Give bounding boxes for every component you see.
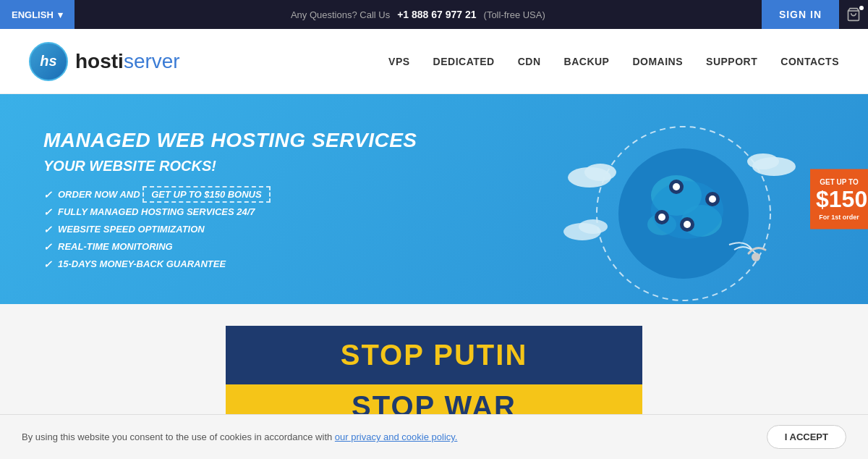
svg-point-20: [747, 153, 779, 169]
checkmark-5: ✓: [43, 258, 52, 270]
cart-button[interactable]: [839, 0, 868, 29]
logo-hs: hs: [40, 53, 56, 70]
language-button[interactable]: ENGLISH ▾: [0, 0, 75, 29]
svg-point-21: [752, 253, 760, 261]
nav-backup[interactable]: BACKUP: [564, 56, 610, 67]
svg-point-10: [709, 195, 716, 203]
hero-illustration: [550, 109, 796, 297]
nav-support[interactable]: SUPPORT: [706, 56, 757, 67]
svg-point-18: [579, 219, 608, 234]
signin-button[interactable]: SIGN IN: [762, 0, 839, 29]
cart-dot: [859, 6, 864, 10]
logo-link[interactable]: hs hostiserver: [29, 42, 180, 81]
checkmark-3: ✓: [43, 224, 52, 235]
tollfree-label: (Toll-free USA): [484, 9, 545, 20]
checkmark-2: ✓: [43, 206, 52, 218]
accept-cookies-button[interactable]: I ACCEPT: [767, 425, 846, 426]
nav-vps[interactable]: VPS: [388, 56, 410, 67]
logo-text: hostiserver: [75, 50, 180, 73]
stop-putin-text: STOP PUTIN: [226, 339, 642, 371]
logo-hosti: hosti: [75, 50, 124, 72]
svg-point-14: [658, 214, 665, 221]
top-bar-center: Any Questions? Call Us +1 888 67 977 21 …: [291, 9, 545, 20]
nav-dedicated[interactable]: DEDICATED: [433, 56, 495, 67]
badge-for-text: For 1st order: [816, 214, 862, 221]
list-item-5: ✓ 15-DAYS MONEY-BACK GUARANTEE: [43, 258, 417, 270]
list-item-1-text: ORDER NOW AND GET UP TO $150 BONUS: [58, 189, 271, 200]
logo-server: server: [124, 50, 180, 72]
top-bar-right: SIGN IN: [762, 0, 868, 29]
stop-card-blue: STOP PUTIN: [226, 326, 642, 384]
checkmark-1: ✓: [43, 189, 52, 201]
nav-cdn[interactable]: CDN: [518, 56, 541, 67]
checkmark-4: ✓: [43, 241, 52, 253]
list-item-4: ✓ REAL-TIME MONITORING: [43, 241, 417, 253]
list-item-1: ✓ ORDER NOW AND GET UP TO $150 BONUS: [43, 189, 417, 201]
list-item-5-text: 15-DAYS MONEY-BACK GUARANTEE: [58, 258, 226, 269]
list-item-2: ✓ FULLY MANAGED HOSTING SERVICES 24/7: [43, 206, 417, 218]
language-label: ENGLISH: [12, 9, 54, 20]
hero-title: MANAGED WEB HOSTING SERVICES: [43, 129, 417, 152]
svg-point-8: [673, 183, 680, 190]
badge-get-up-to: GET UP TO: [816, 178, 862, 186]
hero-section: MANAGED WEB HOSTING SERVICES YOUR WEBSIT…: [0, 94, 868, 304]
header: hs hostiserver VPS DEDICATED CDN BACKUP …: [0, 29, 868, 94]
svg-point-16: [584, 164, 616, 181]
hero-content: MANAGED WEB HOSTING SERVICES YOUR WEBSIT…: [43, 129, 417, 270]
hero-subtitle: YOUR WEBSITE ROCKS!: [43, 158, 417, 174]
cart-icon: [846, 7, 861, 22]
bonus-highlight: GET UP TO $150 BONUS: [142, 186, 270, 203]
globe-svg: [550, 109, 796, 304]
main-nav: VPS DEDICATED CDN BACKUP DOMAINS SUPPORT…: [388, 56, 839, 67]
stop-cards: STOP PUTIN STOP WAR: [226, 326, 642, 426]
nav-contacts[interactable]: CONTACTS: [780, 56, 839, 67]
stop-section: STOP PUTIN STOP WAR: [0, 304, 868, 426]
list-item-3-text: WEBSITE SPEED OPTIMIZATION: [58, 224, 205, 235]
questions-label: Any Questions? Call Us: [291, 9, 390, 20]
list-item-3: ✓ WEBSITE SPEED OPTIMIZATION: [43, 224, 417, 235]
list-item-2-text: FULLY MANAGED HOSTING SERVICES 24/7: [58, 206, 255, 217]
nav-domains[interactable]: DOMAINS: [632, 56, 683, 67]
logo-circle: hs: [29, 42, 68, 81]
list-item-4-text: REAL-TIME MONITORING: [58, 241, 173, 252]
cookie-bar: By using this website you consent to the…: [0, 414, 868, 426]
hero-list: ✓ ORDER NOW AND GET UP TO $150 BONUS ✓ F…: [43, 189, 417, 270]
top-bar: ENGLISH ▾ Any Questions? Call Us +1 888 …: [0, 0, 868, 29]
phone-number: +1 888 67 977 21: [397, 9, 476, 20]
top-bar-left: ENGLISH ▾: [0, 0, 75, 29]
badge-amount: $150: [816, 188, 862, 211]
bonus-badge: GET UP TO $150 For 1st order: [810, 169, 868, 230]
svg-point-12: [684, 221, 691, 228]
language-arrow: ▾: [58, 9, 63, 20]
